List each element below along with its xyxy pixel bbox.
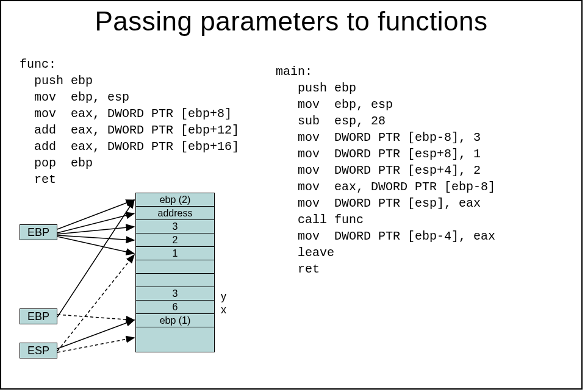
label-x: x: [221, 304, 226, 316]
stack-slot-address: address: [136, 207, 214, 220]
stack-slot-empty1: [136, 260, 214, 274]
ebp-label-top: EBP: [20, 224, 57, 240]
esp-label: ESP: [20, 343, 57, 358]
stack-slot-arg2: 2: [136, 233, 214, 247]
stack-slot-ebp2: ebp (2): [136, 193, 214, 207]
stack-slot-empty2: [136, 274, 214, 287]
svg-line-9: [57, 255, 134, 351]
stack-slot-arg1: 1: [136, 247, 214, 260]
stack-slot-ebp1: ebp (1): [136, 314, 214, 327]
stack-slot-y: 3: [136, 287, 214, 301]
svg-line-3: [57, 227, 134, 234]
stack-slot-x: 6: [136, 301, 214, 314]
slide-title: Passing parameters to functions: [1, 1, 581, 37]
stack-slot-arg3: 3: [136, 220, 214, 233]
main-code-block: main: push ebp mov ebp, esp sub esp, 28 …: [276, 63, 495, 277]
label-y: y: [221, 290, 226, 303]
func-code-block: func: push ebp mov ebp, esp mov eax, DWO…: [20, 56, 239, 188]
svg-line-6: [57, 315, 134, 320]
ebp-label-mid: EBP: [20, 308, 57, 324]
svg-line-2: [57, 213, 134, 233]
stack-frame: ebp (2) address 3 2 1 3 6 ebp (1): [135, 193, 215, 352]
svg-line-8: [57, 320, 134, 349]
svg-line-5: [57, 237, 134, 254]
stack-slot-bottom: [136, 327, 214, 352]
svg-line-1: [57, 200, 134, 229]
stack-diagram: EBP EBP ESP ebp (2) address 3 2 1 3 6 eb…: [20, 189, 264, 384]
svg-line-4: [57, 235, 134, 240]
svg-line-10: [57, 338, 134, 352]
svg-line-7: [57, 200, 134, 317]
slide: Passing parameters to functions func: pu…: [0, 0, 583, 390]
